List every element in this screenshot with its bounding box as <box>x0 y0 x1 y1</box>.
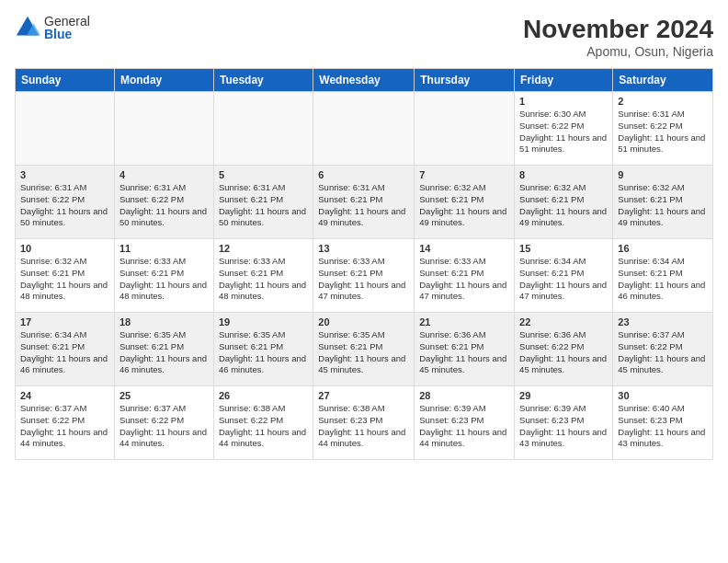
day-detail: Sunrise: 6:34 AM Sunset: 6:21 PM Dayligh… <box>20 329 109 376</box>
col-header-tuesday: Tuesday <box>213 69 313 92</box>
calendar-cell: 11Sunrise: 6:33 AM Sunset: 6:21 PM Dayli… <box>114 239 213 313</box>
col-header-sunday: Sunday <box>16 69 115 92</box>
location: Apomu, Osun, Nigeria <box>523 44 713 59</box>
logo-blue-text: Blue <box>44 28 90 40</box>
day-detail: Sunrise: 6:31 AM Sunset: 6:21 PM Dayligh… <box>219 182 308 229</box>
col-header-thursday: Thursday <box>415 69 515 92</box>
col-header-saturday: Saturday <box>613 69 713 92</box>
day-number: 12 <box>219 243 308 254</box>
day-detail: Sunrise: 6:38 AM Sunset: 6:23 PM Dayligh… <box>318 403 409 450</box>
day-number: 29 <box>519 390 608 401</box>
week-row-2: 10Sunrise: 6:32 AM Sunset: 6:21 PM Dayli… <box>16 239 713 313</box>
page: General Blue November 2024 Apomu, Osun, … <box>0 0 728 563</box>
calendar-cell: 1Sunrise: 6:30 AM Sunset: 6:22 PM Daylig… <box>515 92 613 166</box>
day-number: 28 <box>419 390 509 401</box>
calendar-cell: 4Sunrise: 6:31 AM Sunset: 6:22 PM Daylig… <box>114 166 213 239</box>
day-detail: Sunrise: 6:35 AM Sunset: 6:21 PM Dayligh… <box>318 329 409 376</box>
week-row-4: 24Sunrise: 6:37 AM Sunset: 6:22 PM Dayli… <box>16 386 713 460</box>
col-header-wednesday: Wednesday <box>313 69 415 92</box>
day-detail: Sunrise: 6:33 AM Sunset: 6:21 PM Dayligh… <box>419 256 509 303</box>
calendar-cell: 25Sunrise: 6:37 AM Sunset: 6:22 PM Dayli… <box>114 386 213 460</box>
calendar-cell: 30Sunrise: 6:40 AM Sunset: 6:23 PM Dayli… <box>613 386 713 460</box>
day-detail: Sunrise: 6:39 AM Sunset: 6:23 PM Dayligh… <box>519 403 608 450</box>
day-number: 7 <box>419 169 509 180</box>
header: General Blue November 2024 Apomu, Osun, … <box>15 15 713 59</box>
calendar-cell: 14Sunrise: 6:33 AM Sunset: 6:21 PM Dayli… <box>415 239 515 313</box>
day-number: 13 <box>318 243 409 254</box>
calendar-cell: 20Sunrise: 6:35 AM Sunset: 6:21 PM Dayli… <box>313 313 415 386</box>
day-detail: Sunrise: 6:36 AM Sunset: 6:22 PM Dayligh… <box>519 329 608 376</box>
day-number: 16 <box>618 243 708 254</box>
calendar-cell: 10Sunrise: 6:32 AM Sunset: 6:21 PM Dayli… <box>16 239 115 313</box>
day-number: 19 <box>219 316 308 327</box>
calendar-cell: 21Sunrise: 6:36 AM Sunset: 6:21 PM Dayli… <box>415 313 515 386</box>
day-detail: Sunrise: 6:31 AM Sunset: 6:22 PM Dayligh… <box>20 182 109 229</box>
day-number: 26 <box>219 390 308 401</box>
calendar-cell <box>114 92 213 166</box>
day-number: 27 <box>318 390 409 401</box>
day-detail: Sunrise: 6:33 AM Sunset: 6:21 PM Dayligh… <box>318 256 409 303</box>
calendar-cell: 26Sunrise: 6:38 AM Sunset: 6:22 PM Dayli… <box>213 386 313 460</box>
day-detail: Sunrise: 6:32 AM Sunset: 6:21 PM Dayligh… <box>519 182 608 229</box>
day-number: 1 <box>519 96 608 107</box>
day-number: 24 <box>20 390 109 401</box>
day-detail: Sunrise: 6:35 AM Sunset: 6:21 PM Dayligh… <box>219 329 308 376</box>
calendar-cell: 29Sunrise: 6:39 AM Sunset: 6:23 PM Dayli… <box>515 386 613 460</box>
day-detail: Sunrise: 6:40 AM Sunset: 6:23 PM Dayligh… <box>618 403 708 450</box>
calendar-cell: 5Sunrise: 6:31 AM Sunset: 6:21 PM Daylig… <box>213 166 313 239</box>
calendar-cell: 22Sunrise: 6:36 AM Sunset: 6:22 PM Dayli… <box>515 313 613 386</box>
day-number: 3 <box>20 169 109 180</box>
day-detail: Sunrise: 6:38 AM Sunset: 6:22 PM Dayligh… <box>219 403 308 450</box>
day-number: 11 <box>119 243 209 254</box>
logo: General Blue <box>15 15 90 40</box>
header-row: SundayMondayTuesdayWednesdayThursdayFrid… <box>16 69 713 92</box>
day-detail: Sunrise: 6:33 AM Sunset: 6:21 PM Dayligh… <box>119 256 209 303</box>
day-number: 30 <box>618 390 708 401</box>
calendar-cell: 6Sunrise: 6:31 AM Sunset: 6:21 PM Daylig… <box>313 166 415 239</box>
calendar-cell: 18Sunrise: 6:35 AM Sunset: 6:21 PM Dayli… <box>114 313 213 386</box>
month-title: November 2024 <box>523 15 713 44</box>
day-detail: Sunrise: 6:30 AM Sunset: 6:22 PM Dayligh… <box>519 109 608 155</box>
calendar-table: SundayMondayTuesdayWednesdayThursdayFrid… <box>15 68 713 460</box>
calendar-cell: 3Sunrise: 6:31 AM Sunset: 6:22 PM Daylig… <box>16 166 115 239</box>
calendar-cell: 2Sunrise: 6:31 AM Sunset: 6:22 PM Daylig… <box>613 92 713 166</box>
day-detail: Sunrise: 6:37 AM Sunset: 6:22 PM Dayligh… <box>119 403 209 450</box>
calendar-cell <box>415 92 515 166</box>
calendar-cell: 8Sunrise: 6:32 AM Sunset: 6:21 PM Daylig… <box>515 166 613 239</box>
day-number: 23 <box>618 316 708 327</box>
calendar-cell: 15Sunrise: 6:34 AM Sunset: 6:21 PM Dayli… <box>515 239 613 313</box>
day-number: 25 <box>119 390 209 401</box>
calendar-cell: 23Sunrise: 6:37 AM Sunset: 6:22 PM Dayli… <box>613 313 713 386</box>
day-number: 10 <box>20 243 109 254</box>
day-detail: Sunrise: 6:36 AM Sunset: 6:21 PM Dayligh… <box>419 329 509 376</box>
day-number: 17 <box>20 316 109 327</box>
logo-text: General Blue <box>44 15 90 40</box>
day-number: 14 <box>419 243 509 254</box>
logo-icon <box>15 15 40 40</box>
calendar-cell: 27Sunrise: 6:38 AM Sunset: 6:23 PM Dayli… <box>313 386 415 460</box>
day-detail: Sunrise: 6:31 AM Sunset: 6:22 PM Dayligh… <box>618 109 708 155</box>
calendar-cell <box>16 92 115 166</box>
day-number: 21 <box>419 316 509 327</box>
calendar-cell <box>313 92 415 166</box>
title-section: November 2024 Apomu, Osun, Nigeria <box>523 15 713 59</box>
week-row-0: 1Sunrise: 6:30 AM Sunset: 6:22 PM Daylig… <box>16 92 713 166</box>
calendar-cell: 7Sunrise: 6:32 AM Sunset: 6:21 PM Daylig… <box>415 166 515 239</box>
day-detail: Sunrise: 6:39 AM Sunset: 6:23 PM Dayligh… <box>419 403 509 450</box>
day-detail: Sunrise: 6:32 AM Sunset: 6:21 PM Dayligh… <box>419 182 509 229</box>
col-header-friday: Friday <box>515 69 613 92</box>
day-detail: Sunrise: 6:37 AM Sunset: 6:22 PM Dayligh… <box>20 403 109 450</box>
calendar-cell: 19Sunrise: 6:35 AM Sunset: 6:21 PM Dayli… <box>213 313 313 386</box>
calendar-cell: 13Sunrise: 6:33 AM Sunset: 6:21 PM Dayli… <box>313 239 415 313</box>
day-number: 15 <box>519 243 608 254</box>
day-number: 8 <box>519 169 608 180</box>
day-number: 2 <box>618 96 708 107</box>
day-detail: Sunrise: 6:31 AM Sunset: 6:22 PM Dayligh… <box>119 182 209 229</box>
week-row-1: 3Sunrise: 6:31 AM Sunset: 6:22 PM Daylig… <box>16 166 713 239</box>
calendar-cell: 9Sunrise: 6:32 AM Sunset: 6:21 PM Daylig… <box>613 166 713 239</box>
day-detail: Sunrise: 6:37 AM Sunset: 6:22 PM Dayligh… <box>618 329 708 376</box>
calendar-cell: 28Sunrise: 6:39 AM Sunset: 6:23 PM Dayli… <box>415 386 515 460</box>
day-number: 22 <box>519 316 608 327</box>
day-number: 5 <box>219 169 308 180</box>
calendar-cell: 17Sunrise: 6:34 AM Sunset: 6:21 PM Dayli… <box>16 313 115 386</box>
